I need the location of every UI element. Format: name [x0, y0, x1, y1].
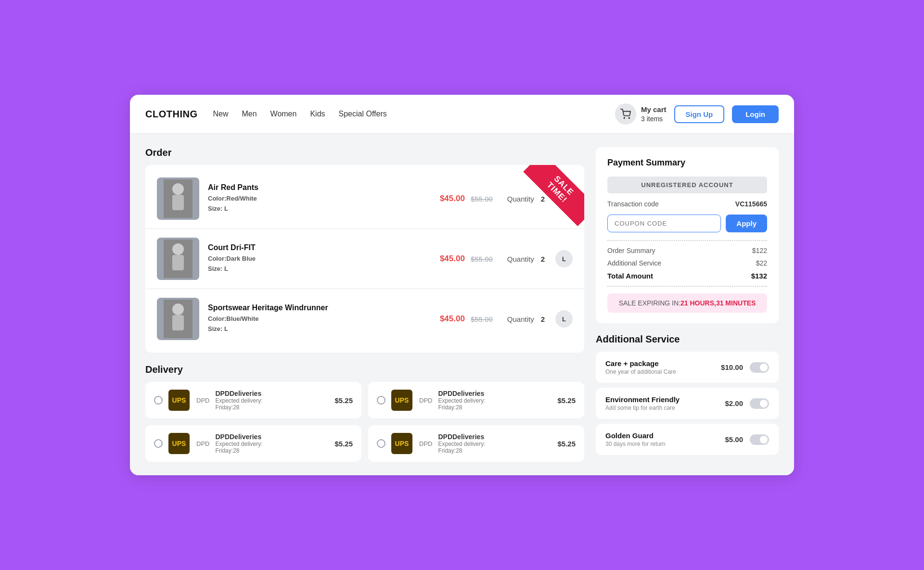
service-toggle-1[interactable]: [750, 362, 769, 373]
nav-right: My cart 3 items Sign Up Login: [615, 103, 779, 125]
svg-rect-7: [172, 255, 184, 270]
service-info-2: Environment Friendly Add some tip for ea…: [605, 395, 725, 411]
delivery-price-4: $5.25: [557, 440, 576, 448]
service-name-3: Golden Guard: [605, 431, 725, 440]
dpd-label-3: DPD: [196, 440, 209, 447]
order-summary-label: Order Summary: [607, 247, 655, 254]
delivery-radio-3[interactable]: [154, 439, 163, 448]
ups-logo-3: UPS: [168, 433, 190, 454]
ups-logo-1: UPS: [168, 390, 190, 411]
delivery-option-3[interactable]: UPS DPD DPDDeliveries Expected delivery:…: [145, 425, 361, 462]
item-price-new-2: $45.00: [440, 254, 465, 264]
svg-point-9: [172, 304, 184, 315]
svg-rect-10: [172, 315, 184, 330]
item-meta-1: Color:Red/White Size: L: [208, 194, 431, 214]
nav-links: New Men Women Kids Special Offers: [213, 110, 600, 118]
right-column: Payment Summary UNREGISTERED ACCOUNT Tra…: [596, 147, 779, 462]
item-pricing-3: $45.00 $55.00 Quantity 2 L: [440, 310, 573, 328]
item-price-old-1: $55.00: [471, 195, 493, 203]
item-price-old-2: $55.00: [471, 255, 493, 263]
transaction-label: Transaction code: [607, 200, 659, 208]
login-button[interactable]: Login: [732, 105, 779, 123]
left-column: Order SALE TIME!: [145, 147, 584, 462]
item-meta-3: Color:Blue/White Size: L: [208, 314, 431, 334]
delivery-price-3: $5.25: [334, 440, 353, 448]
service-name-2: Environment Friendly: [605, 395, 725, 404]
delivery-radio-2[interactable]: [377, 396, 385, 405]
delivery-info-3: DPDDeliveries Expected delivery: Friday:…: [215, 433, 329, 454]
nav-men[interactable]: Men: [242, 110, 257, 118]
service-desc-1: One year of additional Care: [605, 368, 721, 375]
service-toggle-3[interactable]: [750, 434, 769, 445]
svg-point-3: [172, 183, 184, 195]
item-qty-2: Quantity 2 L: [507, 250, 573, 267]
ups-logo-4: UPS: [391, 433, 412, 454]
delivery-radio-4[interactable]: [377, 439, 385, 448]
delivery-option-1[interactable]: UPS DPD DPDDeliveries Expected delivery:…: [145, 382, 361, 418]
delivery-grid: UPS DPD DPDDeliveries Expected delivery:…: [145, 382, 584, 462]
divider-bottom: [607, 286, 767, 287]
service-desc-2: Add some tip for earth care: [605, 405, 725, 411]
additional-service-label: Additional Service: [607, 259, 661, 267]
signup-button[interactable]: Sign Up: [674, 105, 725, 123]
service-desc-3: 30 days more for return: [605, 441, 725, 447]
brand-logo: CLOTHING: [145, 109, 197, 120]
order-item: Court Dri-FIT Color:Dark Blue Size: L $4…: [145, 229, 584, 289]
delivery-price-1: $5.25: [334, 396, 353, 405]
navbar: CLOTHING New Men Women Kids Special Offe…: [130, 95, 794, 134]
total-label: Total Amount: [607, 272, 653, 280]
nav-special-offers[interactable]: Special Offers: [339, 110, 387, 118]
item-meta-2: Color:Dark Blue Size: L: [208, 254, 431, 274]
service-info-1: Care + package One year of additional Ca…: [605, 359, 721, 375]
service-price-1: $10.00: [721, 363, 743, 371]
item-image-1: [157, 177, 199, 220]
cart-area[interactable]: My cart 3 items: [615, 103, 667, 125]
svg-point-1: [629, 117, 629, 118]
payment-card: Payment Summary UNREGISTERED ACCOUNT Tra…: [596, 147, 779, 323]
item-image-3: [157, 298, 199, 340]
delivery-info-1: DPDDeliveries Expected delivery: Friday:…: [215, 390, 329, 411]
dpd-label-2: DPD: [419, 397, 432, 404]
service-card-2: Environment Friendly Add some tip for ea…: [596, 388, 779, 419]
total-value: $132: [751, 272, 767, 280]
delivery-radio-1[interactable]: [154, 396, 163, 405]
sale-badge: SALE TIME!: [522, 165, 584, 228]
nav-new[interactable]: New: [213, 110, 228, 118]
divider-top: [607, 240, 767, 241]
item-qty-3: Quantity 2 L: [507, 310, 573, 328]
ups-logo-2: UPS: [391, 390, 412, 411]
transaction-row: Transaction code VC115665: [607, 200, 767, 208]
additional-section: Additional Service Care + package One ye…: [596, 334, 779, 455]
dpd-label-1: DPD: [196, 397, 209, 404]
total-row: Total Amount $132: [607, 272, 767, 280]
service-price-3: $5.00: [725, 435, 743, 443]
service-toggle-2[interactable]: [750, 398, 769, 409]
sale-expiry: SALE EXPIRING IN:21 HOURS,31 MINUTES: [607, 293, 767, 313]
service-name-1: Care + package: [605, 359, 721, 367]
item-price-old-3: $55.00: [471, 315, 493, 323]
coupon-row: Apply: [607, 215, 767, 232]
item-image-2: [157, 238, 199, 280]
item-details-2: Court Dri-FIT Color:Dark Blue Size: L: [208, 243, 431, 274]
nav-women[interactable]: Women: [270, 110, 297, 118]
additional-title: Additional Service: [596, 334, 779, 345]
order-summary-value: $122: [752, 247, 767, 254]
service-card-1: Care + package One year of additional Ca…: [596, 352, 779, 383]
payment-title: Payment Summary: [607, 158, 767, 168]
apply-button[interactable]: Apply: [726, 215, 767, 232]
delivery-option-4[interactable]: UPS DPD DPDDeliveries Expected delivery:…: [368, 425, 584, 462]
delivery-section: Delivery UPS DPD DPDDeliveries Expected …: [145, 364, 584, 462]
delivery-price-2: $5.25: [557, 396, 576, 405]
cart-icon: [615, 103, 636, 125]
transaction-code: VC115665: [735, 200, 767, 208]
order-item: Sportswear Heritage Windrunner Color:Blu…: [145, 289, 584, 349]
item-pricing-2: $45.00 $55.00 Quantity 2 L: [440, 250, 573, 267]
cart-text: My cart 3 items: [641, 105, 667, 123]
coupon-input[interactable]: [607, 215, 721, 232]
content-area: Order SALE TIME!: [130, 134, 794, 475]
delivery-option-2[interactable]: UPS DPD DPDDeliveries Expected delivery:…: [368, 382, 584, 418]
nav-kids[interactable]: Kids: [310, 110, 325, 118]
item-details-1: Air Red Pants Color:Red/White Size: L: [208, 183, 431, 214]
svg-point-6: [172, 243, 184, 255]
order-title: Order: [145, 147, 584, 158]
